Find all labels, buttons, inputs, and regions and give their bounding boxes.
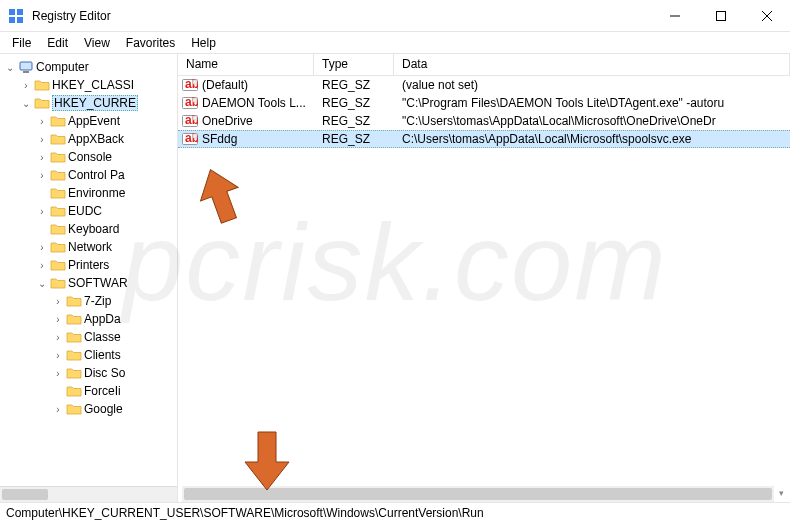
- list-row[interactable]: (Default)REG_SZ(value not set): [178, 76, 790, 94]
- cell-data: "C:\Program Files\DAEMON Tools Lite\DTAg…: [394, 96, 790, 110]
- col-header-type[interactable]: Type: [314, 54, 394, 75]
- tree-item[interactable]: Disc So: [0, 364, 177, 382]
- tree-item[interactable]: Classe: [0, 328, 177, 346]
- cell-type: REG_SZ: [314, 114, 394, 128]
- chevron-down-icon[interactable]: [36, 278, 48, 289]
- tree-item[interactable]: HKEY_CURRE: [0, 94, 177, 112]
- tree-item[interactable]: Environme: [0, 184, 177, 202]
- chevron-right-icon[interactable]: [52, 332, 64, 343]
- tree-item[interactable]: Printers: [0, 256, 177, 274]
- tree-item-label: Printers: [68, 258, 109, 272]
- string-value-icon: [182, 131, 198, 147]
- tree-item[interactable]: AppEvent: [0, 112, 177, 130]
- list-row[interactable]: OneDriveREG_SZ"C:\Users\tomas\AppData\Lo…: [178, 112, 790, 130]
- folder-icon: [50, 275, 66, 291]
- chevron-right-icon[interactable]: [36, 242, 48, 253]
- registry-tree[interactable]: ComputerHKEY_CLASSIHKEY_CURREAppEventApp…: [0, 54, 178, 502]
- string-value-icon: [182, 77, 198, 93]
- tree-item[interactable]: Keyboard: [0, 220, 177, 238]
- menu-file[interactable]: File: [6, 34, 37, 52]
- close-button[interactable]: [744, 0, 790, 31]
- chevron-right-icon[interactable]: [36, 116, 48, 127]
- tree-item[interactable]: AppDa: [0, 310, 177, 328]
- folder-icon: [66, 347, 82, 363]
- list-row[interactable]: DAEMON Tools L...REG_SZ"C:\Program Files…: [178, 94, 790, 112]
- tree-item[interactable]: 7-Zip: [0, 292, 177, 310]
- tree-item-label: AppDa: [84, 312, 121, 326]
- window-controls: [652, 0, 790, 31]
- tree-item[interactable]: Computer: [0, 58, 177, 76]
- tree-item-label: Network: [68, 240, 112, 254]
- cell-data: "C:\Users\tomas\AppData\Local\Microsoft\…: [394, 114, 790, 128]
- tree-item[interactable]: Console: [0, 148, 177, 166]
- tree-item[interactable]: Network: [0, 238, 177, 256]
- tree-item[interactable]: EUDC: [0, 202, 177, 220]
- menu-favorites[interactable]: Favorites: [120, 34, 181, 52]
- chevron-right-icon[interactable]: [36, 206, 48, 217]
- chevron-right-icon[interactable]: [36, 260, 48, 271]
- tree-item[interactable]: HKEY_CLASSI: [0, 76, 177, 94]
- scrollbar-thumb[interactable]: [184, 488, 772, 500]
- list-row[interactable]: SFddgREG_SZC:\Users\tomas\AppData\Local\…: [178, 130, 790, 148]
- menu-view[interactable]: View: [78, 34, 116, 52]
- folder-icon: [66, 365, 82, 381]
- chevron-right-icon[interactable]: [52, 350, 64, 361]
- folder-icon: [50, 239, 66, 255]
- col-header-name[interactable]: Name: [178, 54, 314, 75]
- chevron-right-icon[interactable]: [20, 80, 32, 91]
- status-bar: Computer\HKEY_CURRENT_USER\SOFTWARE\Micr…: [0, 502, 790, 522]
- app-icon: [8, 8, 24, 24]
- cell-data: C:\Users\tomas\AppData\Local\Microsoft\s…: [394, 132, 790, 146]
- list-hscrollbar[interactable]: [182, 486, 774, 502]
- value-name: OneDrive: [202, 114, 253, 128]
- tree-item[interactable]: Google: [0, 400, 177, 418]
- list-body[interactable]: (Default)REG_SZ(value not set)DAEMON Too…: [178, 76, 790, 486]
- folder-icon: [34, 77, 50, 93]
- menu-edit[interactable]: Edit: [41, 34, 74, 52]
- chevron-right-icon[interactable]: [36, 170, 48, 181]
- minimize-button[interactable]: [652, 0, 698, 31]
- scrollbar-thumb[interactable]: [2, 489, 48, 500]
- main-area: ComputerHKEY_CLASSIHKEY_CURREAppEventApp…: [0, 54, 790, 502]
- string-value-icon: [182, 95, 198, 111]
- folder-icon: [50, 167, 66, 183]
- tree-item-label: ForceIi: [84, 384, 121, 398]
- chevron-down-icon[interactable]: [4, 62, 16, 73]
- tree-item-label: AppEvent: [68, 114, 120, 128]
- cell-type: REG_SZ: [314, 132, 394, 146]
- status-path: Computer\HKEY_CURRENT_USER\SOFTWARE\Micr…: [6, 506, 484, 520]
- tree-item[interactable]: Control Pa: [0, 166, 177, 184]
- menu-help[interactable]: Help: [185, 34, 222, 52]
- tree-item[interactable]: Clients: [0, 346, 177, 364]
- col-header-data[interactable]: Data: [394, 54, 790, 75]
- chevron-right-icon[interactable]: [36, 134, 48, 145]
- chevron-right-icon[interactable]: [52, 368, 64, 379]
- folder-icon: [50, 221, 66, 237]
- tree-item-label: HKEY_CLASSI: [52, 78, 134, 92]
- value-name: (Default): [202, 78, 248, 92]
- chevron-right-icon[interactable]: [52, 314, 64, 325]
- tree-item[interactable]: SOFTWAR: [0, 274, 177, 292]
- tree-hscrollbar[interactable]: [0, 486, 177, 502]
- folder-icon: [66, 293, 82, 309]
- cell-type: REG_SZ: [314, 78, 394, 92]
- menu-bar: File Edit View Favorites Help: [0, 32, 790, 54]
- folder-icon: [66, 401, 82, 417]
- value-name: DAEMON Tools L...: [202, 96, 306, 110]
- tree-item-label: Console: [68, 150, 112, 164]
- chevron-right-icon[interactable]: [52, 404, 64, 415]
- cell-type: REG_SZ: [314, 96, 394, 110]
- cell-name: SFddg: [178, 131, 314, 147]
- chevron-right-icon[interactable]: [36, 152, 48, 163]
- svg-rect-0: [9, 9, 15, 15]
- vscroll-arrow-down-icon[interactable]: ▾: [774, 486, 788, 500]
- folder-icon: [34, 95, 50, 111]
- maximize-button[interactable]: [698, 0, 744, 31]
- tree-item[interactable]: ForceIi: [0, 382, 177, 400]
- folder-icon: [50, 113, 66, 129]
- chevron-down-icon[interactable]: [20, 98, 32, 109]
- chevron-right-icon[interactable]: [52, 296, 64, 307]
- tree-item[interactable]: AppXBack: [0, 130, 177, 148]
- cell-name: OneDrive: [178, 113, 314, 129]
- folder-icon: [66, 329, 82, 345]
